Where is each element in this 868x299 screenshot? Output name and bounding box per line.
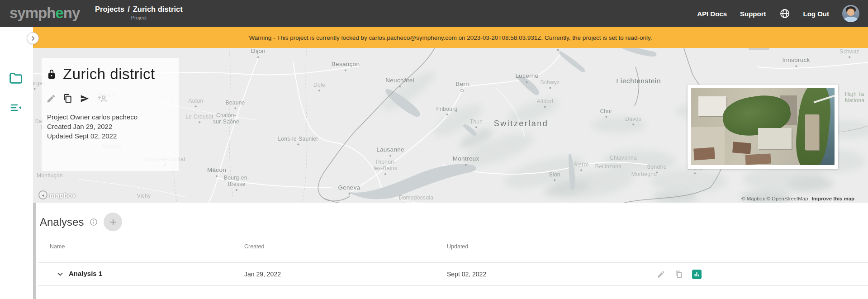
plus-icon <box>108 217 118 227</box>
sidebar <box>0 27 33 299</box>
lock-icon <box>47 69 56 79</box>
bar-chart-icon <box>693 271 700 278</box>
globe-icon <box>779 8 790 19</box>
warning-banner: Warning - This project is currently lock… <box>33 27 868 48</box>
analyses-section: Analyses Name Created Updated <box>36 203 868 299</box>
breadcrumb-projects-link[interactable]: Projects <box>95 5 124 13</box>
duplicate-analysis-button[interactable] <box>674 270 683 279</box>
project-updated-line: Updated Sept 02, 2022 <box>47 131 179 141</box>
column-header-updated: Updated <box>447 243 468 250</box>
analysis-updated: Sept 02, 2022 <box>447 271 486 278</box>
project-photo <box>691 88 835 165</box>
photo-building <box>805 114 819 150</box>
breadcrumb-sublabel: Project <box>95 15 183 20</box>
chevron-right-icon <box>30 35 36 42</box>
project-info-panel: Zurich district <box>42 58 179 171</box>
sidebar-expand-button[interactable] <box>27 32 39 44</box>
add-analysis-button[interactable] <box>104 213 122 231</box>
logo-text: symph <box>9 5 55 21</box>
share-project-button[interactable] <box>78 93 91 104</box>
copy-icon <box>62 93 73 104</box>
photo-roof <box>732 142 751 154</box>
analysis-created: Jan 29, 2022 <box>244 271 281 278</box>
photo-roof <box>693 147 715 160</box>
map-canvas[interactable]: SwitzerlandLiechtensteinZurichDijonBesan… <box>33 48 868 203</box>
language-globe-icon[interactable] <box>779 8 790 19</box>
table-divider <box>38 285 868 286</box>
mapbox-logo-text: mapbox <box>49 191 76 199</box>
improve-map-link[interactable]: Improve this map <box>812 196 854 201</box>
topbar: sympheny Projects/Zurich district Projec… <box>0 0 868 27</box>
photo-roof <box>745 154 771 165</box>
info-icon <box>90 218 98 226</box>
logo-text-end: ny <box>63 5 80 21</box>
sympheny-logo[interactable]: sympheny <box>9 5 80 22</box>
project-owner-line: Project Owner carlos pacheco <box>47 112 179 122</box>
project-title: Zurich district <box>63 66 155 83</box>
analysis-name: Analysis 1 <box>69 270 102 277</box>
topbar-links: API Docs Support Log Out <box>697 0 859 27</box>
sidebar-collapse-button[interactable] <box>9 102 24 113</box>
user-avatar[interactable] <box>842 5 859 22</box>
osm-attribution-link[interactable]: © OpenStreetMap <box>767 196 808 201</box>
api-docs-link[interactable]: API Docs <box>697 10 727 18</box>
project-created-line: Created Jan 29, 2022 <box>47 122 179 131</box>
duplicate-project-button[interactable] <box>62 92 74 104</box>
edit-project-button[interactable] <box>45 93 57 104</box>
warning-banner-text: Warning - This project is currently lock… <box>249 34 652 41</box>
project-photo-frame <box>688 85 838 169</box>
analyses-info-button[interactable] <box>90 218 98 226</box>
mapbox-logo[interactable]: ◂ mapbox <box>38 190 76 199</box>
breadcrumb-current: Zurich district <box>133 5 183 13</box>
analysis-results-button[interactable] <box>692 270 702 279</box>
breadcrumb-separator: / <box>128 5 130 13</box>
folder-icon <box>9 72 23 84</box>
column-header-created: Created <box>244 243 264 250</box>
photo-building <box>698 96 726 116</box>
analyses-heading: Analyses <box>40 216 84 228</box>
analysis-row[interactable]: Analysis 1 Jan 29, 2022 Sept 02, 2022 <box>36 263 868 285</box>
photo-building <box>758 128 792 149</box>
copy-icon <box>674 270 683 279</box>
column-header-name: Name <box>50 243 65 250</box>
map-control-sliver <box>749 48 769 50</box>
support-link[interactable]: Support <box>740 10 766 18</box>
avatar-face <box>847 9 854 16</box>
mapbox-attribution-link[interactable]: © Mapbox <box>741 196 765 201</box>
edit-analysis-button[interactable] <box>657 270 665 279</box>
expand-row-button[interactable] <box>56 270 64 278</box>
logo-accent: e <box>55 5 63 21</box>
person-add-icon <box>96 94 107 104</box>
sidebar-projects-button[interactable] <box>9 72 23 84</box>
mapbox-logo-icon: ◂ <box>38 190 47 199</box>
chevron-down-icon <box>56 270 64 278</box>
breadcrumb: Projects/Zurich district Project <box>95 5 183 20</box>
logout-link[interactable]: Log Out <box>803 10 829 18</box>
map-attribution: © Mapbox © OpenStreetMap Improve this ma… <box>741 196 854 201</box>
menu-collapse-icon <box>9 102 24 113</box>
add-collaborator-button[interactable] <box>95 93 108 104</box>
pencil-icon <box>657 270 665 279</box>
pencil-icon <box>46 94 56 104</box>
send-icon <box>79 94 90 104</box>
app-window: sympheny Projects/Zurich district Projec… <box>0 0 868 299</box>
avatar-shirt <box>844 17 858 22</box>
